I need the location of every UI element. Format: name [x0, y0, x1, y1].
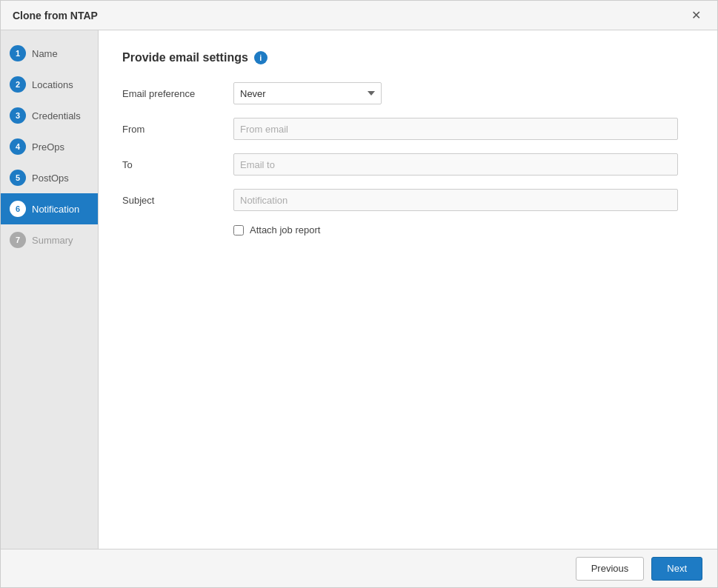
subject-row: Subject: [122, 189, 694, 211]
dialog-body: 1 Name 2 Locations 3 Credentials 4 PreOp…: [1, 30, 717, 549]
sidebar-item-notification[interactable]: 6 Notification: [1, 193, 98, 224]
sidebar-item-postops[interactable]: 5 PostOps: [1, 162, 98, 193]
sidebar-label-locations: Locations: [32, 79, 73, 90]
section-title: Provide email settings i: [122, 51, 694, 64]
next-button[interactable]: Next: [651, 557, 702, 581]
step-badge-3: 3: [10, 107, 26, 124]
subject-input[interactable]: [233, 189, 678, 211]
to-row: To: [122, 153, 694, 176]
sidebar-item-locations[interactable]: 2 Locations: [1, 69, 98, 100]
sidebar-label-name: Name: [32, 48, 58, 59]
dialog-footer: Previous Next: [1, 549, 717, 587]
from-label: From: [122, 124, 233, 135]
step-badge-6: 6: [10, 201, 26, 217]
sidebar-item-name[interactable]: 1 Name: [1, 38, 98, 69]
section-title-text: Provide email settings: [122, 51, 248, 64]
close-button[interactable]: ✕: [687, 7, 705, 24]
step-badge-4: 4: [10, 138, 26, 155]
from-input[interactable]: [233, 118, 678, 140]
dialog-title: Clone from NTAP: [13, 10, 98, 21]
to-label: To: [122, 159, 233, 170]
attach-job-report-row: Attach job report: [233, 224, 694, 235]
title-bar: Clone from NTAP ✕: [1, 1, 717, 30]
main-content: Provide email settings i Email preferenc…: [99, 30, 717, 549]
previous-button[interactable]: Previous: [576, 557, 645, 581]
attach-job-report-label[interactable]: Attach job report: [250, 224, 320, 235]
from-row: From: [122, 118, 694, 140]
sidebar-item-credentials[interactable]: 3 Credentials: [1, 100, 98, 131]
step-badge-7: 7: [10, 232, 26, 248]
email-preference-select[interactable]: Never On failure On success Always: [233, 82, 382, 104]
sidebar-label-notification: Notification: [32, 204, 79, 215]
email-preference-row: Email preference Never On failure On suc…: [122, 82, 694, 104]
dialog: Clone from NTAP ✕ 1 Name 2 Locations 3 C…: [0, 0, 718, 588]
step-badge-5: 5: [10, 170, 26, 186]
sidebar-item-preops[interactable]: 4 PreOps: [1, 131, 98, 162]
info-icon[interactable]: i: [254, 51, 267, 64]
to-input[interactable]: [233, 153, 678, 176]
step-badge-1: 1: [10, 45, 26, 61]
step-badge-2: 2: [10, 76, 26, 93]
sidebar: 1 Name 2 Locations 3 Credentials 4 PreOp…: [1, 30, 99, 549]
sidebar-label-summary: Summary: [32, 235, 73, 246]
subject-label: Subject: [122, 195, 233, 206]
attach-job-report-checkbox[interactable]: [233, 225, 244, 235]
sidebar-label-credentials: Credentials: [32, 110, 81, 121]
sidebar-label-preops: PreOps: [32, 141, 64, 153]
sidebar-item-summary[interactable]: 7 Summary: [1, 224, 98, 255]
sidebar-label-postops: PostOps: [32, 173, 69, 184]
email-preference-label: Email preference: [122, 88, 233, 99]
